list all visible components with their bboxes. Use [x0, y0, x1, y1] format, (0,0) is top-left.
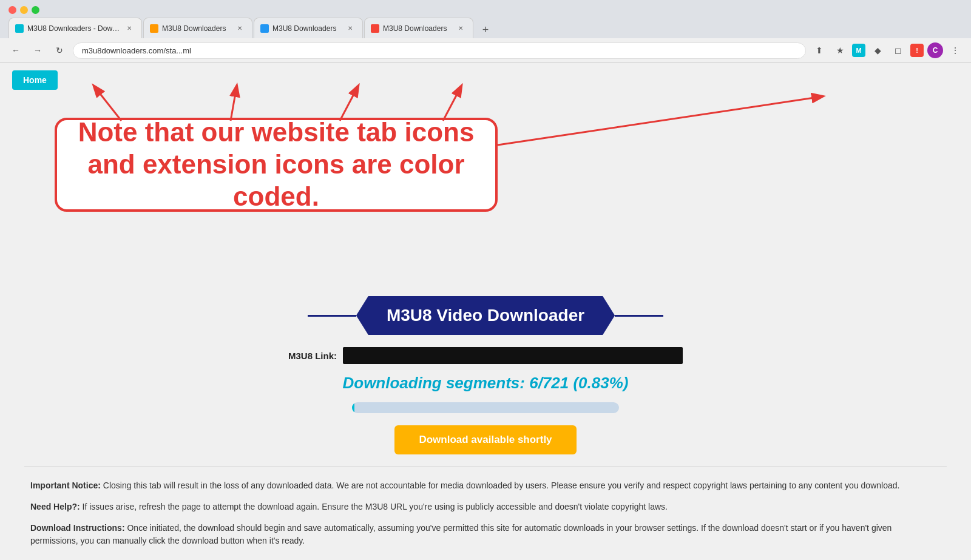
- download-button[interactable]: Download available shortly: [394, 425, 576, 454]
- menu-icon[interactable]: ⋮: [947, 42, 964, 59]
- help-label: Need Help?:: [30, 502, 80, 511]
- download-instructions: Download Instructions: Once initiated, t…: [30, 522, 941, 547]
- tabs-bar: M3U8 Downloaders - Downlo... ✕ M3U8 Down…: [0, 14, 971, 38]
- tab-favicon-4: [371, 24, 379, 33]
- m3u8-link-row: M3U8 Link:: [24, 347, 947, 364]
- forward-button[interactable]: →: [29, 42, 46, 59]
- extensions-icon[interactable]: ◆: [869, 42, 886, 59]
- maximize-button[interactable]: [32, 6, 39, 14]
- main-content: M3U8 Video Downloader M3U8 Link: Downloa…: [0, 284, 971, 560]
- title-section: M3U8 Video Downloader: [24, 296, 947, 335]
- tab-3[interactable]: M3U8 Downloaders ✕: [254, 18, 363, 38]
- annotation-text: Note that our website tab icons and exte…: [57, 110, 495, 218]
- minimize-button[interactable]: [20, 6, 28, 14]
- download-status: Downloading segments: 6/721 (0.83%): [24, 374, 947, 393]
- title-line-left: [308, 315, 356, 317]
- share-icon[interactable]: ⬆: [811, 42, 828, 59]
- bookmark-icon[interactable]: ★: [831, 42, 848, 59]
- extension-red-icon[interactable]: !: [910, 44, 924, 57]
- address-bar-row: ← → ↻ ⬆ ★ M ◆ ◻ ! C ⋮: [0, 38, 971, 63]
- progress-fill: [352, 402, 354, 413]
- browser-chrome: M3U8 Downloaders - Downlo... ✕ M3U8 Down…: [0, 0, 971, 63]
- traffic-lights: [0, 0, 971, 14]
- tab-2[interactable]: M3U8 Downloaders ✕: [143, 18, 252, 38]
- tab-title-1: M3U8 Downloaders - Downlo...: [27, 24, 121, 33]
- new-tab-button[interactable]: +: [477, 21, 494, 38]
- home-button[interactable]: Home: [12, 70, 58, 90]
- important-label: Important Notice:: [30, 481, 101, 490]
- tab-close-4[interactable]: ✕: [456, 24, 465, 33]
- m3u8-input-display: [343, 347, 683, 364]
- tab-close-2[interactable]: ✕: [235, 24, 245, 33]
- page-title: M3U8 Video Downloader: [356, 296, 615, 335]
- back-button[interactable]: ←: [7, 42, 24, 59]
- annotation-box: Note that our website tab icons and exte…: [55, 118, 498, 212]
- title-line-right: [615, 315, 663, 317]
- divider: [24, 467, 947, 467]
- extension-teal-icon[interactable]: M: [852, 44, 865, 57]
- download-button-container: Download available shortly: [24, 425, 947, 454]
- close-button[interactable]: [8, 6, 16, 14]
- tab-favicon-2: [150, 24, 158, 33]
- important-text: Closing this tab will result in the loss…: [103, 481, 900, 490]
- progress-track: [352, 402, 619, 413]
- reload-button[interactable]: ↻: [51, 42, 68, 59]
- sidebar-icon[interactable]: ◻: [890, 42, 907, 59]
- help-text: If issues arise, refresh the page to att…: [83, 502, 668, 511]
- page-content: Note that our website tab icons and exte…: [0, 63, 971, 560]
- important-notice: Important Notice: Closing this tab will …: [30, 479, 941, 492]
- toolbar-icons: ⬆ ★ M ◆ ◻ ! C ⋮: [811, 42, 964, 59]
- profile-avatar[interactable]: C: [927, 42, 943, 58]
- tab-favicon-1: [15, 24, 24, 33]
- svg-line-4: [498, 96, 822, 145]
- progress-container: [24, 402, 947, 413]
- m3u8-label: M3U8 Link:: [288, 351, 337, 361]
- terms-section: Terms of Service: [24, 556, 947, 560]
- tab-1[interactable]: M3U8 Downloaders - Downlo... ✕: [8, 18, 142, 38]
- instructions-label: Download Instructions:: [30, 523, 125, 533]
- site-nav: Home: [0, 63, 971, 96]
- address-input[interactable]: [73, 42, 806, 59]
- need-help: Need Help?: If issues arise, refresh the…: [30, 501, 941, 513]
- tab-4[interactable]: M3U8 Downloaders ✕: [364, 18, 473, 38]
- tab-title-2: M3U8 Downloaders: [162, 24, 231, 33]
- tab-title-3: M3U8 Downloaders: [272, 24, 342, 33]
- tab-favicon-3: [260, 24, 269, 33]
- instructions-text: Once initiated, the download should begi…: [30, 523, 891, 545]
- tab-close-1[interactable]: ✕: [124, 24, 134, 33]
- tab-title-4: M3U8 Downloaders: [383, 24, 452, 33]
- info-section: Important Notice: Closing this tab will …: [24, 479, 947, 547]
- tab-close-3[interactable]: ✕: [345, 24, 355, 33]
